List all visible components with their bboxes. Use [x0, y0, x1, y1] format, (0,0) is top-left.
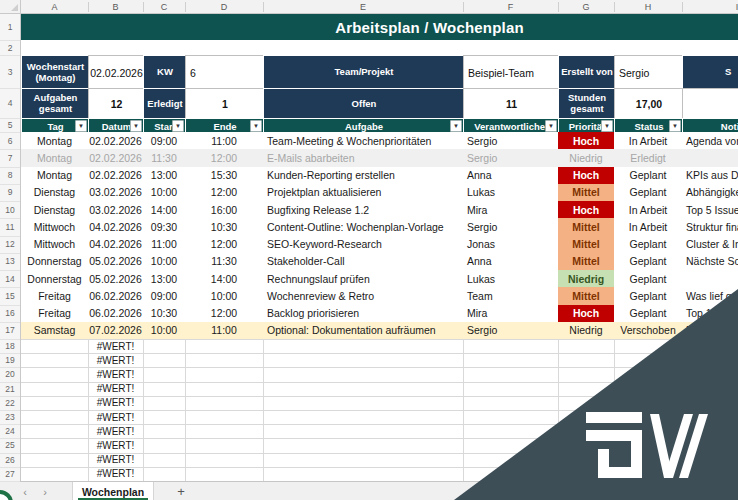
cell-aufgabe[interactable]: Content-Outline: Wochenplan-Vorlage: [263, 218, 468, 236]
summary-value-cell[interactable]: 17,00: [614, 88, 684, 120]
empty-cell[interactable]: [263, 396, 464, 411]
cell-status[interactable]: Geplant: [614, 184, 683, 202]
row-number[interactable]: 20: [0, 367, 20, 382]
cell-prioritaet[interactable]: Mittel: [558, 218, 615, 236]
empty-cell[interactable]: [463, 424, 559, 439]
column-letter[interactable]: G: [558, 0, 614, 14]
empty-cell[interactable]: [463, 410, 559, 425]
summary-label-cell[interactable]: S: [682, 55, 738, 90]
empty-cell[interactable]: [614, 396, 683, 411]
cell-status[interactable]: Verschoben: [614, 322, 683, 340]
row-number[interactable]: 22: [0, 396, 20, 411]
cell-verantwortlicher[interactable]: Team: [463, 287, 563, 305]
row-number[interactable]: 23: [0, 410, 20, 425]
empty-cell[interactable]: [143, 410, 186, 425]
cell-ende[interactable]: 11:30: [185, 253, 264, 271]
summary-label-cell[interactable]: Stunden gesamt: [558, 88, 616, 120]
cell-aufgabe[interactable]: Optional: Dokumentation aufräumen: [263, 322, 468, 340]
cell-notizen[interactable]: Top 10 Ta: [682, 305, 738, 323]
row-number[interactable]: 8: [0, 167, 20, 185]
empty-cell[interactable]: [614, 367, 683, 382]
empty-cell[interactable]: [558, 367, 615, 382]
cell-status[interactable]: Geplant: [614, 236, 683, 254]
cell-notizen[interactable]: Agenda vorbe: [682, 132, 738, 150]
column-letter[interactable]: I: [682, 0, 738, 14]
empty-cell[interactable]: [263, 353, 464, 368]
empty-cell[interactable]: [263, 453, 464, 468]
cell-verantwortlicher[interactable]: Anna: [463, 167, 563, 185]
row-number[interactable]: 25: [0, 438, 20, 453]
summary-value-cell[interactable]: 1: [185, 88, 265, 120]
empty-cell[interactable]: [463, 453, 559, 468]
row-number[interactable]: 14: [0, 270, 20, 288]
cell-verantwortlicher[interactable]: Mira: [463, 201, 563, 219]
summary-label-cell[interactable]: Offen: [263, 88, 465, 120]
cell-prioritaet[interactable]: Mittel: [558, 253, 615, 271]
empty-cell[interactable]: [463, 467, 559, 482]
cell-tag[interactable]: Mittwoch: [21, 218, 89, 236]
cell-prioritaet[interactable]: Hoch: [558, 305, 615, 323]
cell-datum[interactable]: 06.02.2026: [88, 287, 144, 305]
row-number[interactable]: 27: [0, 467, 20, 482]
empty-cell[interactable]: [185, 467, 264, 482]
cell-verantwortlicher[interactable]: Lukas: [463, 270, 563, 288]
empty-cell[interactable]: [558, 382, 615, 397]
empty-cell[interactable]: [143, 367, 186, 382]
empty-cell[interactable]: [682, 467, 738, 482]
cell-start[interactable]: 13:00: [143, 167, 186, 185]
empty-cell[interactable]: [21, 367, 89, 382]
cell-status[interactable]: Geplant: [614, 253, 683, 271]
cell-notizen[interactable]: Näch: [682, 322, 738, 340]
empty-cell[interactable]: [614, 438, 683, 453]
cell-ende[interactable]: 12:00: [185, 236, 264, 254]
row-number[interactable]: 16: [0, 305, 20, 323]
summary-label-cell[interactable]: Wochenstart (Montag): [21, 55, 90, 90]
row-number[interactable]: 9: [0, 184, 20, 202]
empty-cell[interactable]: [143, 438, 186, 453]
empty-cell[interactable]: [185, 382, 264, 397]
cell-ende[interactable]: 12:00: [185, 184, 264, 202]
error-value-cell[interactable]: #WERT!: [88, 353, 144, 368]
row-number[interactable]: 2: [0, 40, 20, 56]
error-value-cell[interactable]: #WERT!: [88, 396, 144, 411]
cell-prioritaet[interactable]: Hoch: [558, 167, 615, 185]
summary-value-cell[interactable]: 6: [185, 55, 269, 90]
empty-cell[interactable]: [614, 453, 683, 468]
cell-verantwortlicher[interactable]: Sergio: [463, 132, 563, 150]
empty-cell[interactable]: [558, 396, 615, 411]
cell-tag[interactable]: Donnerstag: [21, 253, 89, 271]
cell-start[interactable]: 09:30: [143, 218, 186, 236]
cell-aufgabe[interactable]: Backlog priorisieren: [263, 305, 468, 323]
cell-ende[interactable]: 12:00: [185, 305, 264, 323]
cell-status[interactable]: In Arbeit: [614, 218, 683, 236]
cell-tag[interactable]: Donnerstag: [21, 270, 89, 288]
cell-status[interactable]: In Arbeit: [614, 201, 683, 219]
summary-label-cell[interactable]: KW: [143, 55, 187, 90]
cell-aufgabe[interactable]: SEO-Keyword-Research: [263, 236, 468, 254]
filter-dropdown-icon[interactable]: ▼: [450, 120, 462, 132]
filter-dropdown-icon[interactable]: ▼: [669, 120, 681, 132]
cell-ende[interactable]: 10:00: [185, 287, 264, 305]
cell-datum[interactable]: 06.02.2026: [88, 305, 144, 323]
error-value-cell[interactable]: #WERT!: [88, 424, 144, 439]
row-number[interactable]: 15: [0, 287, 20, 305]
cell-start[interactable]: 13:00: [143, 270, 186, 288]
cell-status[interactable]: Erledigt: [614, 149, 683, 167]
summary-value-cell[interactable]: Sergio: [614, 55, 688, 90]
empty-cell[interactable]: [558, 424, 615, 439]
cell-verantwortlicher[interactable]: Anna: [463, 253, 563, 271]
empty-cell[interactable]: [614, 467, 683, 482]
column-letter[interactable]: B: [88, 0, 143, 14]
row-number[interactable]: 3: [0, 55, 20, 89]
cell-datum[interactable]: 02.02.2026: [88, 132, 144, 150]
cell-start[interactable]: 09:00: [143, 132, 186, 150]
empty-cell[interactable]: [185, 339, 264, 354]
cell-datum[interactable]: 02.02.2026: [88, 149, 144, 167]
empty-cell[interactable]: [185, 453, 264, 468]
summary-value-cell[interactable]: 11: [463, 88, 560, 120]
empty-cell[interactable]: [614, 424, 683, 439]
empty-cell[interactable]: [21, 353, 89, 368]
empty-cell[interactable]: [185, 396, 264, 411]
cell-start[interactable]: 10:00: [143, 253, 186, 271]
row-number[interactable]: 19: [0, 353, 20, 368]
